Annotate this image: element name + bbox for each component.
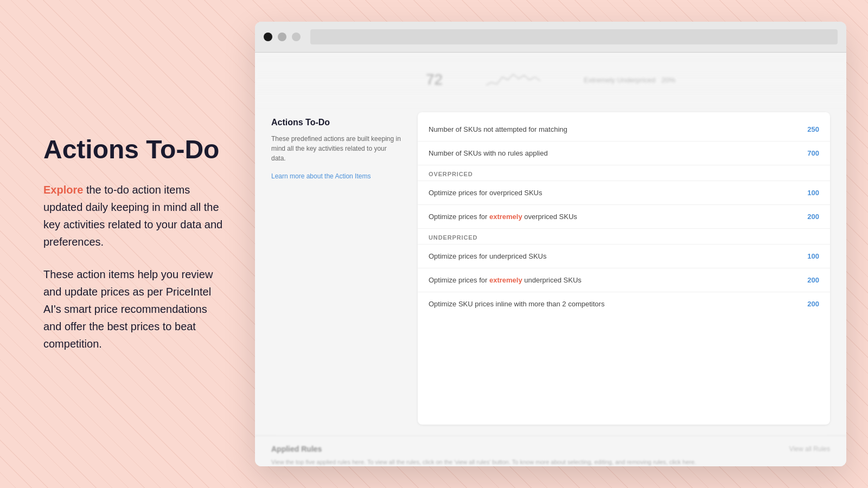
- blur-number: 72: [426, 71, 443, 88]
- blur-status: Extremely Underpriced 20%: [584, 76, 675, 84]
- description-2: These action items help you review and u…: [43, 266, 228, 352]
- address-bar[interactable]: [310, 29, 838, 44]
- underpriced-section-header: UNDERPRICED: [418, 229, 830, 245]
- action-row-value: 100: [807, 252, 819, 260]
- action-row-value: 250: [807, 125, 819, 133]
- extremely-underpriced-text: extremely: [489, 276, 522, 284]
- table-row: Optimize prices for overpriced SKUs 100: [418, 181, 830, 205]
- action-row-value: 200: [807, 276, 819, 284]
- action-row-value: 200: [807, 213, 819, 221]
- action-row-text: Optimize SKU prices inline with more tha…: [429, 300, 796, 308]
- view-all-rules-link[interactable]: View all Rules: [789, 445, 830, 453]
- extremely-overpriced-text: extremely: [489, 213, 522, 221]
- applied-rules-section: Applied Rules View all Rules View the to…: [255, 435, 846, 467]
- text-after: underpriced SKUs: [522, 276, 582, 284]
- action-row-value: 700: [807, 149, 819, 157]
- action-row-text: Optimize prices for extremely underprice…: [429, 276, 796, 284]
- description-1: Explore the to-do action items updated d…: [43, 181, 228, 251]
- table-row: Optimize prices for extremely underprice…: [418, 268, 830, 292]
- window-maximize-dot[interactable]: [292, 33, 301, 41]
- applied-rules-desc: View the top five applied rules here. To…: [271, 458, 830, 467]
- table-row: Optimize prices for extremely overpriced…: [418, 205, 830, 229]
- page-title: Actions To-Do: [43, 136, 228, 164]
- window-close-dot[interactable]: [264, 33, 272, 41]
- page-layout: Actions To-Do Explore the to-do action i…: [0, 0, 868, 488]
- table-row: Optimize SKU prices inline with more tha…: [418, 292, 830, 316]
- overpriced-section-header: OVERPRICED: [418, 165, 830, 181]
- actions-sidebar: Actions To-Do These predefined actions a…: [271, 107, 401, 425]
- action-row-text: Optimize prices for extremely overpriced…: [429, 213, 796, 221]
- action-row-value: 100: [807, 189, 819, 197]
- text-before: Optimize prices for: [429, 213, 489, 221]
- applied-rules-title: Applied Rules: [271, 445, 322, 453]
- action-row-text: Number of SKUs with no rules applied: [429, 149, 796, 157]
- actions-list: Number of SKUs not attempted for matchin…: [418, 112, 830, 425]
- blurred-top-section: 72 Extremely Underpriced 20%: [255, 53, 846, 107]
- left-panel: Actions To-Do Explore the to-do action i…: [0, 103, 255, 386]
- browser-chrome: [255, 22, 846, 53]
- actions-sidebar-title: Actions To-Do: [271, 118, 401, 127]
- action-row-text: Number of SKUs not attempted for matchin…: [429, 125, 796, 133]
- table-row: Number of SKUs with no rules applied 700: [418, 142, 830, 165]
- table-row: Number of SKUs not attempted for matchin…: [418, 118, 830, 142]
- text-before: Optimize prices for: [429, 276, 489, 284]
- table-row: Optimize prices for underpriced SKUs 100: [418, 245, 830, 268]
- action-row-text: Optimize prices for underpriced SKUs: [429, 252, 796, 260]
- applied-rules-header: Applied Rules View all Rules: [271, 445, 830, 453]
- highlight-text: Explore: [43, 184, 83, 196]
- actions-sidebar-desc: These predefined actions are built keepi…: [271, 134, 401, 163]
- actions-section: Actions To-Do These predefined actions a…: [271, 107, 830, 425]
- action-row-value: 200: [807, 300, 819, 308]
- browser-window: 72 Extremely Underpriced 20% Actions To-…: [255, 22, 846, 466]
- main-content-area: Actions To-Do These predefined actions a…: [255, 107, 846, 435]
- learn-more-link[interactable]: Learn more about the Action Items: [271, 172, 371, 180]
- text-after: overpriced SKUs: [522, 213, 577, 221]
- browser-content: 72 Extremely Underpriced 20% Actions To-…: [255, 53, 846, 466]
- action-row-text: Optimize prices for overpriced SKUs: [429, 189, 796, 197]
- window-minimize-dot[interactable]: [278, 33, 286, 41]
- blur-chart-icon: [486, 69, 540, 91]
